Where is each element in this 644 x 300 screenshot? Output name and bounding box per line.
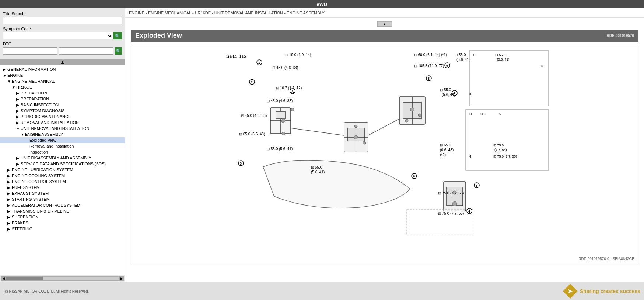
svg-text:⊡ 45.0 (4.6, 33): ⊡ 45.0 (4.6, 33) [272,66,298,70]
sidebar-item-engine-mechanical[interactable]: ▼ ENGINE MECHANICAL [0,78,125,84]
diagram-container: SEC. 112 ⊡ 19.0 (1.9, 14) ⊡ 45.0 (4.6, 3… [131,45,638,265]
tree-arrow-accelerator-control: ▶ [7,203,12,207]
svg-text:⊡ 75.0 (7.7, 55): ⊡ 75.0 (7.7, 55) [438,211,464,215]
sidebar-item-hr16de[interactable]: ▼ HR16DE [0,84,125,90]
sidebar-item-engine-control[interactable]: ▶ ENGINE CONTROL SYSTEM [0,179,125,185]
svg-point-64 [363,141,366,144]
content-scroll[interactable]: ▲ Exploded View RDE-001019576 SEC. 112 [125,18,644,282]
sidebar-item-general-info[interactable]: ▶ GENERAL INFORMATION [0,66,125,72]
tree-label-suspension: SUSPENSION [12,215,38,219]
svg-point-61 [291,108,294,111]
svg-point-66 [405,119,408,122]
tree-label-unit-disassembly: UNIT DISASSEMBLY AND ASSEMBLY [21,156,91,160]
sidebar-item-exploded-view[interactable]: Exploded View [0,137,125,143]
svg-text:⊡ 55.0: ⊡ 55.0 [311,165,322,169]
search-area: Title Search Symptom Code 🔍 DTC 🔍 [0,8,125,59]
tree-label-steering: STEERING [12,227,32,231]
sidebar-item-unit-disassembly[interactable]: ▶ UNIT DISASSEMBLY AND ASSEMBLY [0,155,125,161]
sidebar-item-fuel-system[interactable]: ▶ FUEL SYSTEM [0,185,125,190]
tree-arrow-engine-control: ▶ [7,180,12,184]
top-bar: eWD [0,0,644,8]
svg-text:⊡ 19.0 (1.9, 14): ⊡ 19.0 (1.9, 14) [285,53,311,57]
sidebar-collapse-button[interactable]: ▲ [0,59,125,65]
tree-arrow-engine-lubrication: ▶ [7,168,12,172]
sidebar-item-removal-installation[interactable]: ▶ REMOVAL AND INSTALLATION [0,120,125,125]
sidebar-item-engine-assembly[interactable]: ▼ ENGINE ASSEMBLY [0,131,125,137]
breadcrumb: ENGINE - ENGINE MECHANICAL - HR16DE - UN… [125,8,644,18]
diagram-image: SEC. 112 ⊡ 19.0 (1.9, 14) ⊡ 45.0 (4.6, 3… [135,49,634,255]
svg-text:3: 3 [240,162,242,165]
tree-label-engine-assembly: ENGINE ASSEMBLY [25,132,63,137]
tree-label-basic-inspection: BASIC INSPECTION [21,103,59,107]
sidebar-item-symptom-diagnosis[interactable]: ▶ SYMPTOM DIAGNOSIS [0,108,125,114]
title-search-input[interactable] [3,17,122,24]
dtc-input-2[interactable] [59,47,113,55]
dtc-search-button[interactable]: 🔍 [115,47,122,55]
tree-label-removal-installation: REMOVAL AND INSTALLATION [21,120,79,125]
svg-text:D: D [469,112,472,116]
svg-point-67 [418,114,421,117]
tree-label-engine-cooling: ENGINE COOLING SYSTEM [12,173,65,178]
svg-text:2: 2 [251,80,253,84]
sidebar-item-engine-lubrication[interactable]: ▶ ENGINE LUBRICATION SYSTEM [0,167,125,173]
horizontal-scrollbar[interactable] [6,276,119,281]
svg-text:⊡ 55.0 (5.6, 41): ⊡ 55.0 (5.6, 41) [267,147,293,151]
tree-arrow-precaution: ▶ [16,91,21,95]
sidebar-item-engine[interactable]: ▼ ENGINE [0,72,125,78]
scroll-right-arrow[interactable]: ▶ [119,276,124,281]
diagram-reference: RDE-001019576-01-SBIA0642GB [135,257,634,261]
sidebar-item-basic-inspection[interactable]: ▶ BASIC INSPECTION [0,102,125,108]
svg-text:⊡ 55.0: ⊡ 55.0 [495,53,505,57]
sidebar-item-removal-installation-sub[interactable]: Removal and Installation [0,143,125,149]
tree-arrow-service-data: ▶ [16,162,21,166]
scroll-left-arrow[interactable]: ◀ [1,276,6,281]
tree-arrow-periodic-maintenance: ▶ [16,115,21,119]
scrollbar-area: ◀ ▶ [0,275,125,282]
sidebar-item-inspection[interactable]: Inspection [0,149,125,155]
tree-label-starting-system: STARTING SYSTEM [12,197,50,201]
content-collapse-button[interactable]: ▲ [377,21,392,27]
sidebar-item-unit-removal-installation[interactable]: ▼ UNIT REMOVAL AND INSTALLATION [0,125,125,131]
svg-text:⊡ 65.0 (6.6, 48): ⊡ 65.0 (6.6, 48) [239,132,265,136]
tree-arrow-unit-disassembly: ▶ [16,156,21,160]
svg-text:⊡ 16.7 (1.7, 12): ⊡ 16.7 (1.7, 12) [276,86,302,90]
sidebar-item-precaution[interactable]: ▶ PRECAUTION [0,90,125,96]
sidebar-item-starting-system[interactable]: ▶ STARTING SYSTEM [0,196,125,202]
tree-arrow-starting-system: ▶ [7,197,12,201]
tree-label-unit-removal-installation: UNIT REMOVAL AND INSTALLATION [21,126,89,131]
tree-label-precaution: PRECAUTION [21,91,47,95]
footer-logo: ➤ Sharing creates success [563,284,640,299]
tree-arrow-general-info: ▶ [3,68,7,72]
svg-point-59 [281,119,285,123]
search-button[interactable]: 🔍 [113,32,122,39]
svg-text:(5.6, 41): (5.6, 41) [497,58,510,61]
sidebar-item-accelerator-control[interactable]: ▶ ACCELERATOR CONTROL SYSTEM [0,202,125,208]
dtc-input-1[interactable] [3,47,57,55]
sidebar-item-brakes[interactable]: ▶ BRAKES [0,220,125,226]
tree-label-brakes: BRAKES [12,221,28,225]
symptom-code-label: Symptom Code [3,27,122,31]
symptom-code-select[interactable] [3,32,113,39]
sidebar-item-service-data[interactable]: ▶ SERVICE DATA AND SPECIFICATIONS (SDS) [0,161,125,167]
svg-text:6: 6 [541,64,543,68]
svg-text:5: 5 [476,184,477,187]
section-title: Exploded View [135,32,182,39]
sidebar-item-engine-cooling[interactable]: ▶ ENGINE COOLING SYSTEM [0,173,125,179]
sidebar-item-periodic-maintenance[interactable]: ▶ PERIODIC MAINTENANCE [0,114,125,120]
sidebar-item-transmission[interactable]: ▶ TRANSMISSION & DRIVELINE [0,208,125,214]
sidebar-item-preparation[interactable]: ▶ PREPARATION [0,96,125,102]
tree-arrow-basic-inspection: ▶ [16,103,21,107]
copyright-text: (c) NISSAN MOTOR CO., LTD. All Rights Re… [4,289,89,293]
svg-point-63 [354,125,357,128]
logo-diamond: ➤ [563,284,578,299]
svg-point-62 [354,135,358,139]
sidebar-item-suspension[interactable]: ▶ SUSPENSION [0,214,125,220]
sidebar-item-exhaust-system[interactable]: ▶ EXHAUST SYSTEM [0,190,125,196]
svg-rect-24 [466,110,549,170]
sidebar-item-steering[interactable]: ▶ STEERING [0,226,125,232]
tree-area: ▶ GENERAL INFORMATION▼ ENGINE▼ ENGINE ME… [0,65,125,275]
tree-arrow-preparation: ▶ [16,97,21,101]
tree-arrow-engine-assembly: ▼ [21,132,25,137]
svg-text:A: A [291,90,294,93]
tree-arrow-hr16de: ▼ [12,85,16,89]
